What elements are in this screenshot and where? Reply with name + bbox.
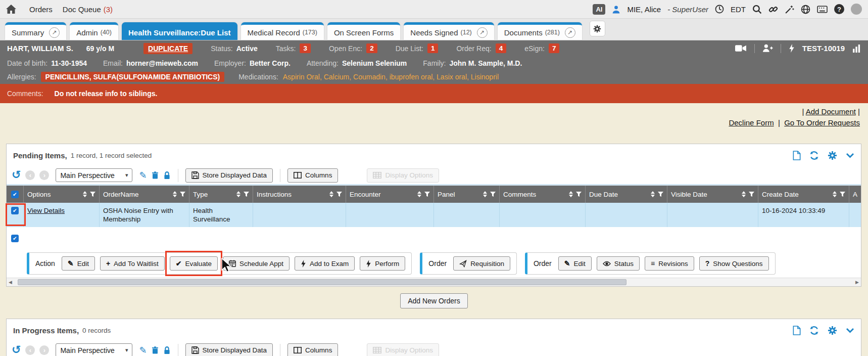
medication-item[interactable]: Lasix oral [432,73,467,81]
show-questions-button[interactable]: ?Show Questions [699,256,769,271]
search-icon[interactable] [752,5,762,14]
evaluate-button[interactable]: ✔Evaluate [170,256,218,271]
perspective-select[interactable]: Main Perspective ▾ [56,168,132,182]
medication-item[interactable]: Lisinopril [467,73,499,81]
delete-perspective-icon[interactable] [152,171,159,180]
schedule-appt-button[interactable]: Schedule Appt [223,256,290,271]
medication-item[interactable]: Aspirin Oral [283,73,320,81]
chart-id[interactable]: TEST-10019 [802,44,845,53]
tab-settings-button[interactable] [590,21,605,36]
user-name[interactable]: MIE, Alice [627,5,661,14]
edit-button[interactable]: ✎Edit [62,256,95,271]
requisition-button[interactable]: Requisition [453,256,510,271]
esign-count-badge[interactable]: 7 [549,43,560,53]
column-header-type[interactable]: Type [189,186,253,203]
column-header-comments[interactable]: Comments [500,186,586,203]
email-value[interactable]: horner@mieweb.com [126,59,198,67]
ai-badge[interactable]: AI [593,4,605,15]
prev-perspective-icon[interactable]: ‹ [25,345,35,355]
link-icon[interactable] [768,5,778,14]
store-displayed-data-button[interactable]: Store Displayed Data [185,168,273,183]
column-header-due-date[interactable]: Due Date [586,186,667,203]
keyboard-icon[interactable] [817,6,828,13]
decline-form-link[interactable]: Decline Form [729,118,774,127]
clock-icon[interactable] [715,5,724,14]
tab-health-surveillance-due-list[interactable]: Health Surveillance:Due List [122,22,237,40]
collapse-chevron-icon[interactable] [846,328,854,333]
prev-perspective-icon[interactable]: ‹ [25,170,35,180]
sort-icon[interactable] [483,191,487,198]
tab-needs-signed[interactable]: Needs Signed (12) ↗ [404,22,494,40]
tasks-count-badge[interactable]: 3 [300,43,311,53]
sort-icon[interactable] [83,191,87,198]
perform-button[interactable]: Perform [360,256,405,271]
edit-perspective-icon[interactable]: ✎ [139,346,147,355]
external-link-icon[interactable]: ↗ [477,27,488,38]
sort-icon[interactable] [417,191,421,198]
row-checkbox-checked[interactable]: ✔ [11,207,19,214]
sort-icon[interactable] [833,191,837,198]
medication-item[interactable]: ibuprofen oral [385,73,432,81]
wand-icon[interactable] [785,5,794,14]
column-header-instructions[interactable]: Instructions [253,186,346,203]
go-to-order-requests-link[interactable]: Go To Order Requests [784,118,860,127]
filter-icon[interactable] [180,192,185,197]
sort-icon[interactable] [329,191,333,198]
scrollbar-thumb[interactable] [18,279,626,285]
horizontal-scrollbar[interactable]: ◀ ▶ [7,278,861,286]
next-perspective-icon[interactable]: › [39,170,49,180]
sort-icon[interactable] [569,191,573,198]
medication-item[interactable]: Coumadin [349,73,385,81]
medication-item[interactable]: Calcium [320,73,349,81]
filter-icon[interactable] [424,192,430,197]
store-displayed-data-button[interactable]: Store Displayed Data [185,343,273,356]
edit-perspective-icon[interactable]: ✎ [139,171,147,180]
gear-icon[interactable] [828,326,837,335]
collapse-chevron-icon[interactable] [846,153,854,158]
filter-icon[interactable] [576,192,582,197]
help-icon[interactable]: ? [834,4,844,14]
breadcrumb-doc-queue[interactable]: Doc Queue [63,5,101,14]
sort-icon[interactable] [173,191,177,198]
allergies-badge[interactable]: PENICILLINS, SULFA(SULFONAMIDE ANTIBIOTI… [41,72,225,82]
open-enc-count-badge[interactable]: 2 [366,43,377,53]
reload-grid-icon[interactable]: ↺ [12,169,21,181]
tab-summary[interactable]: Summary ↗ [5,22,66,40]
filter-icon[interactable] [840,192,845,197]
duplicate-badge[interactable]: DUPLICATE [143,43,192,54]
filter-icon[interactable] [244,192,249,197]
columns-button[interactable]: Columns [287,168,338,183]
order-req-count-badge[interactable]: 4 [496,43,507,53]
reload-grid-icon[interactable]: ↺ [12,344,21,355]
globe-icon[interactable] [801,5,810,14]
due-list-count-badge[interactable]: 1 [427,43,439,53]
add-person-icon[interactable] [762,44,773,53]
tab-admin[interactable]: Admin (40) [70,22,118,40]
filter-icon[interactable] [90,192,95,197]
lock-perspective-icon[interactable] [163,171,171,180]
next-perspective-icon[interactable]: › [39,345,49,355]
filter-icon[interactable] [490,192,496,197]
add-to-exam-button[interactable]: Add to Exam [295,256,355,271]
column-header-encounter[interactable]: Encounter [346,186,434,203]
refresh-icon[interactable] [809,151,819,160]
pending-table-row[interactable]: ✔ View Details OSHA Noise Entry with Mem… [7,203,861,227]
new-document-icon[interactable] [793,151,801,160]
breadcrumb-orders[interactable]: Orders [29,5,53,14]
strip-checkbox-checked[interactable]: ✔ [11,235,19,242]
scroll-left-arrow[interactable]: ◀ [9,280,12,285]
select-all-checkbox[interactable]: ✔ [7,186,24,203]
column-header-visible-date[interactable]: Visible Date [667,186,758,203]
sort-icon[interactable] [651,191,655,198]
add-new-orders-button[interactable]: Add New Orders [400,293,467,308]
lightning-icon[interactable] [789,44,795,53]
order-edit-button[interactable]: ✎Edit [558,256,592,271]
delete-perspective-icon[interactable] [152,346,159,354]
tab-on-screen-forms[interactable]: On Screen Forms [327,22,400,40]
sort-icon[interactable] [742,191,746,198]
column-header-create-date[interactable]: Create Date [758,186,849,203]
home-icon[interactable] [6,5,16,14]
filter-icon[interactable] [749,192,754,197]
add-document-link[interactable]: Add Document [806,107,856,116]
column-header-panel[interactable]: Panel [434,186,500,203]
